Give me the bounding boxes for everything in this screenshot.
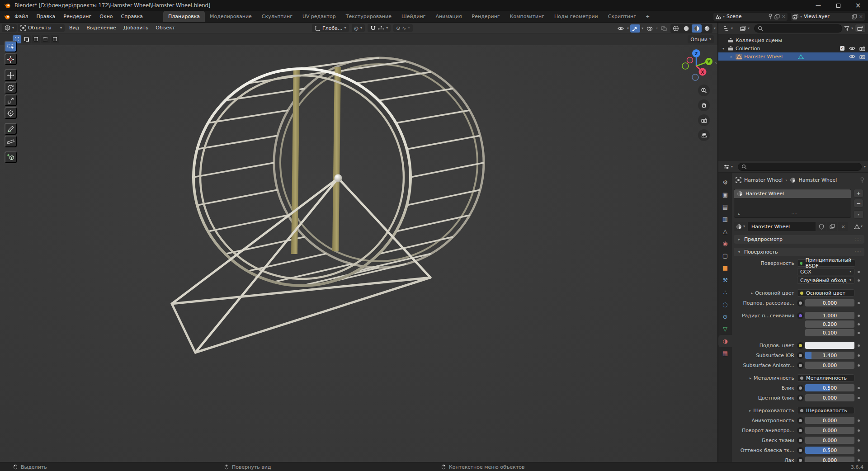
decorator-dot[interactable] [854, 439, 860, 442]
menu-item[interactable]: Справка [117, 11, 147, 23]
shader-link[interactable]: Основной цвет [797, 289, 854, 297]
tool-cursor-button[interactable] [5, 53, 17, 65]
remove-slot-button[interactable]: − [854, 199, 863, 207]
copy-icon[interactable] [774, 14, 780, 19]
shading-solid-button[interactable] [681, 24, 691, 33]
tab-modifiers[interactable]: ⚒ [718, 274, 732, 286]
slider-value[interactable]: 0.100 [805, 329, 854, 336]
shader-link[interactable]: Шероховатость [797, 407, 854, 414]
shading-rendered-button[interactable] [702, 24, 712, 33]
visibility-toggle[interactable] [616, 24, 626, 33]
expand-arrow-icon[interactable]: ▸ [750, 376, 751, 380]
browse-material-button[interactable]: ▾ [734, 222, 747, 231]
slider-Анизотропность[interactable]: 0.000 [805, 417, 854, 424]
minimize-button[interactable]: — [808, 0, 828, 11]
new-collection-button[interactable] [855, 24, 866, 33]
select-mode-subtract[interactable] [32, 35, 40, 43]
pan-button[interactable] [698, 99, 710, 111]
tab-world[interactable]: ◉ [718, 237, 732, 250]
slider-Оттенок блеска тк...[interactable]: 0.500 [805, 447, 854, 454]
slider-Блеск ткани[interactable]: 0.000 [805, 437, 854, 444]
disable-render-icon[interactable] [858, 54, 866, 59]
input-socket[interactable] [797, 447, 804, 454]
workspace-tab[interactable]: Ноды геометрии [549, 11, 603, 22]
panel-surface[interactable]: ▾Поверхность ∷∷ [734, 248, 864, 256]
unlink-material-icon[interactable]: × [838, 222, 848, 231]
input-socket[interactable] [797, 395, 804, 401]
viewport-menu-item[interactable]: Выделение [83, 25, 120, 31]
breadcrumb-object[interactable]: Hamster Wheel [744, 177, 783, 183]
checkbox-icon[interactable]: ✓ [840, 46, 844, 51]
slider-Радиус п...сеивания[interactable]: 1.000 [805, 312, 854, 319]
slider-Подпов. рассеива...[interactable]: 0.000 [805, 299, 854, 306]
select-mode-extend[interactable] [22, 35, 31, 43]
zoom-button[interactable] [698, 85, 710, 96]
viewlayer-selector[interactable]: ▾ ViewLayer × [790, 12, 865, 21]
decorator-dot[interactable] [854, 315, 860, 317]
tool-move-button[interactable] [5, 69, 17, 81]
menu-item[interactable]: Окно [95, 11, 117, 23]
transform-orientation-button[interactable]: Глоба...▾ [312, 24, 349, 32]
slider-value[interactable]: 0.200 [805, 320, 854, 328]
copy-material-icon[interactable] [827, 222, 837, 231]
workspace-tab[interactable]: Скульптинг [257, 11, 297, 22]
tab-view-layer[interactable]: ▥ [718, 213, 732, 225]
outliner-search-input[interactable] [754, 24, 842, 33]
properties-options-icon[interactable]: ▾ [864, 165, 866, 169]
drag-handle-icon[interactable]: ∷∷ [741, 212, 848, 217]
tab-data[interactable]: ▽ [718, 323, 732, 335]
slot-specials-button[interactable]: ▾ [854, 210, 863, 219]
properties-editor-type-button[interactable]: ▾ [721, 163, 736, 171]
decorator-dot[interactable] [854, 459, 860, 462]
slider-Поворот анизотро...[interactable]: 0.000 [805, 427, 854, 434]
tool-box-select-button[interactable] [5, 41, 17, 52]
shading-wireframe-button[interactable] [671, 24, 681, 33]
decorator-dot[interactable] [854, 429, 860, 432]
menu-item[interactable]: Рендеринг [59, 11, 95, 23]
workspace-tab[interactable]: Скриптинг [603, 11, 641, 22]
shading-material-button[interactable] [692, 24, 702, 33]
overlays-toggle[interactable] [645, 24, 655, 33]
tab-scene[interactable]: △ [718, 225, 732, 237]
decorator-dot[interactable] [854, 279, 860, 282]
select-mode-intersect[interactable] [51, 35, 59, 43]
input-socket[interactable] [797, 342, 804, 349]
pivot-point-button[interactable]: ◎▾ [352, 24, 365, 32]
filter-icon[interactable] [844, 26, 849, 31]
decorator-dot[interactable] [854, 302, 860, 304]
material-slot-list[interactable]: Hamster Wheel ▸ ∷∷ [734, 189, 851, 218]
add-workspace-button[interactable]: + [641, 14, 654, 19]
expand-arrow-icon[interactable]: ▸ [751, 291, 753, 295]
color-swatch[interactable] [805, 342, 854, 349]
viewport-menu-item[interactable]: Объект [152, 25, 179, 31]
tab-collection[interactable]: ▢ [718, 250, 732, 262]
outliner-row-collection[interactable]: ▾ Collection ✓ [718, 44, 868, 52]
workspace-tab[interactable]: UV-редактор [297, 11, 341, 22]
material-slot-selected[interactable]: Hamster Wheel [734, 189, 851, 198]
shader-link[interactable]: Принципиальный BSDF [797, 259, 855, 267]
menu-item[interactable]: Правка [32, 11, 59, 23]
proportional-edit-button[interactable]: ⊙∿▾ [393, 24, 412, 32]
tab-render[interactable]: ▣ [718, 188, 732, 201]
editor-type-button[interactable]: ▾ [2, 24, 17, 32]
breadcrumb-material[interactable]: Hamster Wheel [798, 177, 837, 183]
expand-arrow-icon[interactable]: ▸ [749, 409, 751, 413]
workspace-tab[interactable]: Рендеринг [467, 11, 505, 22]
copy-icon[interactable] [852, 14, 857, 19]
outliner-display-mode-button[interactable]: ▾ [737, 24, 752, 33]
tool-scale-button[interactable] [5, 94, 17, 106]
input-socket[interactable] [797, 312, 804, 319]
decorator-dot[interactable] [854, 419, 860, 422]
viewport-menu-item[interactable]: Добавить [120, 25, 152, 31]
decorator-dot[interactable] [854, 449, 860, 452]
slider-Лак[interactable]: 0.000 [805, 457, 854, 462]
hide-eye-icon[interactable] [848, 46, 856, 51]
pin-icon[interactable] [860, 177, 864, 183]
options-button[interactable]: Опции▾ [688, 35, 714, 43]
decorator-dot[interactable] [854, 364, 860, 367]
scene-selector[interactable]: ▾ Scene × [713, 12, 788, 21]
tab-object[interactable]: ■ [718, 262, 732, 274]
material-specials-button[interactable]: ▾ [852, 222, 864, 231]
viewport-menu-item[interactable]: Вид [66, 25, 83, 31]
material-name-field[interactable]: Hamster Wheel [748, 222, 816, 231]
